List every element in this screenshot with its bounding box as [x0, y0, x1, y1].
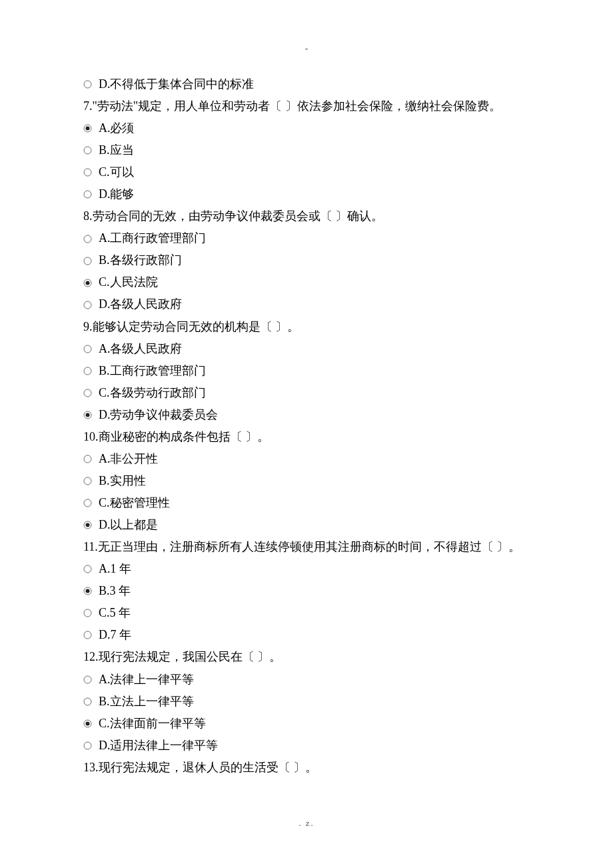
option-label: A.必须	[99, 117, 135, 139]
question-text: 12.现行宪法规定，我国公民在〔 〕。	[83, 646, 533, 668]
option-row[interactable]: D.7 年	[83, 624, 533, 646]
option-row[interactable]: A.各级人民政府	[83, 338, 533, 360]
svg-point-15	[86, 413, 90, 417]
option-label: D.各级人民政府	[99, 293, 183, 315]
svg-point-18	[84, 499, 91, 507]
option-row[interactable]: C.人民法院	[83, 272, 533, 294]
svg-point-5	[84, 191, 91, 198]
svg-point-0	[84, 81, 91, 88]
option-row[interactable]: D.不得低于集体合同中的标准	[83, 73, 533, 95]
option-row[interactable]: B.应当	[83, 139, 533, 161]
svg-point-3	[84, 147, 91, 154]
option-row[interactable]: A.1 年	[83, 558, 533, 580]
option-label: D.适用法律上一律平等	[99, 735, 219, 757]
radio-unselected-icon[interactable]	[83, 675, 92, 684]
question-text: 13.现行宪法规定，退休人员的生活受〔 〕。	[83, 757, 533, 779]
radio-selected-icon[interactable]	[83, 521, 92, 529]
radio-selected-icon[interactable]	[83, 719, 92, 728]
option-row[interactable]: D.劳动争议仲裁委员会	[83, 404, 533, 426]
option-row[interactable]: C.各级劳动行政部门	[83, 382, 533, 404]
option-label: C.人民法院	[99, 271, 158, 293]
svg-point-12	[84, 367, 91, 375]
option-row[interactable]: B.立法上一律平等	[83, 691, 533, 713]
radio-unselected-icon[interactable]	[83, 257, 92, 265]
option-row[interactable]: C.5 年	[83, 602, 533, 624]
radio-selected-icon[interactable]	[83, 124, 92, 133]
radio-unselected-icon[interactable]	[83, 235, 92, 243]
page-container: - D.不得低于集体合同中的标准7."劳动法"规定，用人单位和劳动者〔 〕依法参…	[0, 0, 613, 868]
svg-point-30	[84, 742, 91, 749]
option-label: C.秘密管理性	[99, 492, 170, 514]
option-label: D.不得低于集体合同中的标准	[99, 73, 255, 95]
option-label: A.工商行政管理部门	[99, 227, 207, 249]
option-row[interactable]: C.法律面前一律平等	[83, 713, 533, 735]
radio-unselected-icon[interactable]	[83, 190, 92, 199]
option-row[interactable]: D.适用法律上一律平等	[83, 735, 533, 757]
question-text: 8.劳动合同的无效，由劳动争议仲裁委员会或〔 〕确认。	[83, 205, 533, 227]
option-label: B.应当	[99, 139, 134, 161]
option-label: B.立法上一律平等	[99, 691, 194, 713]
svg-point-13	[84, 389, 91, 397]
radio-unselected-icon[interactable]	[83, 565, 92, 573]
svg-point-6	[84, 235, 91, 243]
option-row[interactable]: A.法律上一律平等	[83, 669, 533, 691]
option-label: D.7 年	[99, 624, 131, 646]
option-row[interactable]: A.工商行政管理部门	[83, 228, 533, 250]
svg-point-24	[84, 609, 91, 617]
option-label: A.法律上一律平等	[99, 669, 195, 691]
page-header: -	[0, 40, 613, 57]
option-row[interactable]: B.工商行政管理部门	[83, 360, 533, 382]
svg-point-11	[84, 345, 91, 353]
option-row[interactable]: A.必须	[83, 117, 533, 139]
option-label: A.1 年	[99, 558, 131, 580]
option-row[interactable]: A.非公开性	[83, 448, 533, 470]
radio-unselected-icon[interactable]	[83, 477, 92, 485]
radio-selected-icon[interactable]	[83, 587, 92, 595]
option-label: C.5 年	[99, 602, 131, 624]
radio-unselected-icon[interactable]	[83, 609, 92, 617]
svg-point-27	[84, 698, 91, 705]
option-row[interactable]: C.可以	[83, 161, 533, 183]
option-label: B.各级行政部门	[99, 249, 182, 271]
svg-point-9	[86, 281, 90, 285]
option-row[interactable]: B.3 年	[83, 580, 533, 602]
radio-unselected-icon[interactable]	[83, 499, 92, 507]
option-label: A.各级人民政府	[99, 338, 183, 360]
question-text: 7."劳动法"规定，用人单位和劳动者〔 〕依法参加社会保险，缴纳社会保险费。	[83, 95, 533, 117]
option-row[interactable]: B.实用性	[83, 470, 533, 492]
option-row[interactable]: C.秘密管理性	[83, 492, 533, 514]
option-label: C.可以	[99, 161, 134, 183]
option-row[interactable]: D.各级人民政府	[83, 294, 533, 316]
radio-unselected-icon[interactable]	[83, 741, 92, 750]
option-label: B.3 年	[99, 580, 131, 602]
radio-unselected-icon[interactable]	[83, 80, 92, 89]
radio-unselected-icon[interactable]	[83, 389, 92, 397]
question-text: 11.无正当理由，注册商标所有人连续停顿使用其注册商标的时间，不得超过〔 〕。	[83, 536, 533, 558]
option-label: D.劳动争议仲裁委员会	[99, 404, 219, 426]
svg-point-7	[84, 257, 91, 265]
radio-unselected-icon[interactable]	[83, 367, 92, 375]
page-footer: . z.	[0, 815, 613, 831]
radio-unselected-icon[interactable]	[83, 631, 92, 639]
option-label: A.非公开性	[99, 448, 159, 470]
radio-unselected-icon[interactable]	[83, 146, 92, 155]
option-row[interactable]: D.以上都是	[83, 514, 533, 536]
option-row[interactable]: B.各级行政部门	[83, 250, 533, 272]
svg-point-4	[84, 169, 91, 176]
svg-point-23	[86, 589, 90, 593]
radio-selected-icon[interactable]	[83, 411, 92, 419]
radio-selected-icon[interactable]	[83, 279, 92, 287]
radio-unselected-icon[interactable]	[83, 697, 92, 706]
radio-unselected-icon[interactable]	[83, 168, 92, 177]
radio-unselected-icon[interactable]	[83, 345, 92, 353]
question-text: 9.能够认定劳动合同无效的机构是〔 〕。	[83, 316, 533, 338]
option-label: B.工商行政管理部门	[99, 360, 206, 382]
option-label: D.以上都是	[99, 514, 159, 536]
question-text: 10.商业秘密的构成条件包括〔 〕。	[83, 426, 533, 448]
radio-unselected-icon[interactable]	[83, 455, 92, 463]
radio-unselected-icon[interactable]	[83, 301, 92, 309]
option-row[interactable]: D.能够	[83, 183, 533, 205]
svg-point-29	[86, 721, 90, 725]
svg-point-26	[84, 676, 91, 683]
svg-point-21	[84, 565, 91, 573]
